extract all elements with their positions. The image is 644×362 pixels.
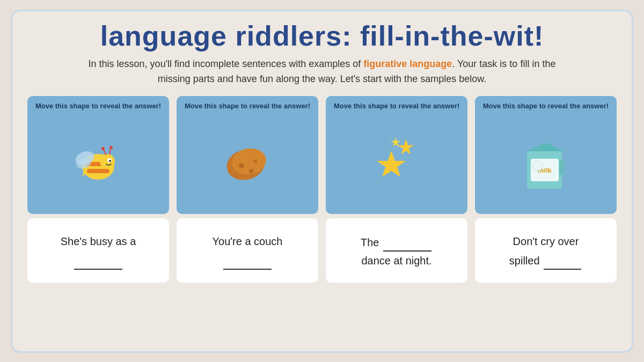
stars-icon [362,134,431,193]
sentence-potato: You're a couch [213,232,283,270]
svg-line-9 [104,150,106,155]
svg-point-17 [249,169,253,173]
svg-marker-19 [377,151,406,176]
sentence-milk: Don't cry overspilled [509,232,582,270]
card-top-label-bee: Move this shape to reveal the answer! [35,101,161,111]
subtitle-start: In this lesson, you'll find incomplete s… [89,58,364,69]
milk-icon: milk [519,131,573,195]
svg-rect-3 [87,169,109,173]
stars-image [332,117,461,209]
svg-point-16 [239,163,244,168]
card-bottom-milk: Don't cry overspilled [475,218,617,283]
blank-bee [74,250,122,270]
blank-stars [383,232,431,252]
bee-image [34,117,163,209]
svg-point-18 [254,159,258,163]
card-top-potato[interactable]: Move this shape to reveal the answer! [177,96,318,214]
sentence-stars: The dance at night. [361,232,433,270]
card-top-label-milk: Move this shape to reveal the answer! [483,101,609,111]
bee-icon [69,134,128,193]
blank-potato [223,250,272,270]
svg-line-11 [109,149,111,154]
svg-marker-23 [527,143,565,151]
card-column-stars: Move this shape to reveal the answer! Th… [326,96,467,283]
card-column-bee: Move this shape to reveal the answer! [27,96,169,283]
card-column-milk: Move this shape to reveal the answer! mi… [475,96,617,283]
main-container: language riddlers: fill-in-the-wit! In t… [11,10,633,353]
card-bottom-potato: You're a couch [177,218,318,283]
subtitle: In this lesson, you'll find incomplete s… [80,57,564,87]
svg-point-12 [109,146,113,149]
card-bottom-stars: The dance at night. [326,218,467,283]
page-title: language riddlers: fill-in-the-wit! [100,21,544,51]
card-top-label-stars: Move this shape to reveal the answer! [334,101,459,111]
svg-point-8 [109,160,111,162]
card-top-stars[interactable]: Move this shape to reveal the answer! [326,96,467,214]
card-top-milk[interactable]: Move this shape to reveal the answer! mi… [475,96,617,214]
svg-point-6 [100,154,115,169]
card-bottom-bee: She's busy as a [27,218,169,283]
card-top-bee[interactable]: Move this shape to reveal the answer! [27,96,169,214]
sentence-bee: She's busy as a [61,232,136,270]
card-top-label-potato: Move this shape to reveal the answer! [185,101,310,111]
cards-grid: Move this shape to reveal the answer! [27,96,617,283]
subtitle-highlight: figurative language [363,58,452,69]
svg-point-10 [101,147,105,150]
svg-point-27 [535,162,541,169]
blank-milk [544,250,581,270]
potato-icon [218,134,277,193]
svg-rect-28 [559,160,565,175]
milk-image: milk [481,117,610,209]
potato-image [183,117,312,209]
card-column-potato: Move this shape to reveal the answer! [177,96,318,283]
